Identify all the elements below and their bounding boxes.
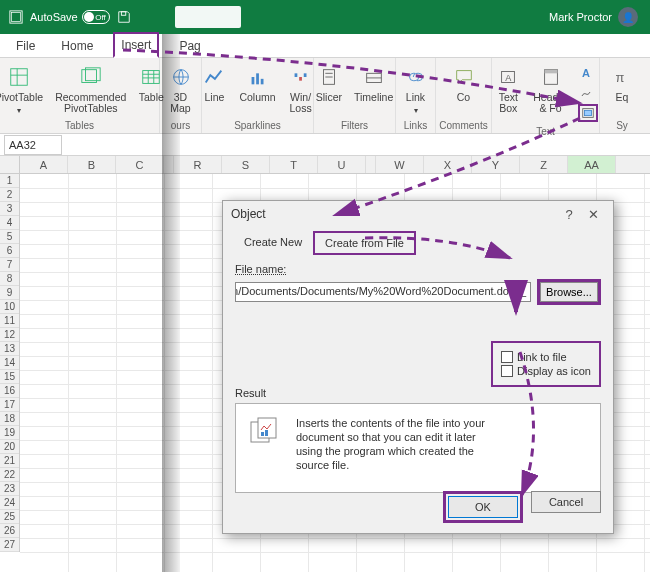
sparkline-column-button[interactable]: Column	[235, 62, 279, 105]
result-preview: Inserts the contents of the file into yo…	[235, 403, 601, 493]
user-account[interactable]: Mark Proctor 👤	[549, 7, 638, 27]
svg-rect-28	[544, 70, 557, 74]
column-header[interactable]: X	[424, 156, 472, 173]
svg-rect-18	[299, 77, 302, 81]
row-header[interactable]: 4	[0, 216, 19, 230]
object-button[interactable]	[578, 104, 598, 122]
row-header[interactable]: 15	[0, 370, 19, 384]
row-header[interactable]: 14	[0, 356, 19, 370]
row-header[interactable]: 13	[0, 342, 19, 356]
options-group: Link to file Display as icon	[491, 341, 601, 387]
tab-insert[interactable]: Insert	[113, 32, 159, 58]
dialog-titlebar[interactable]: Object ? ✕	[223, 201, 613, 227]
line-icon	[201, 64, 227, 90]
group-tables-label: Tables	[65, 120, 94, 131]
header-footer-button[interactable]: Header & Fo	[529, 62, 571, 116]
row-header[interactable]: 8	[0, 272, 19, 286]
wordart-icon[interactable]: A	[578, 64, 598, 82]
row-header[interactable]: 21	[0, 454, 19, 468]
column-header[interactable]: T	[270, 156, 318, 173]
tab-page-layout[interactable]: Pag	[173, 35, 206, 57]
save-icon[interactable]	[116, 9, 132, 25]
autosave-toggle[interactable]: AutoSave Off	[30, 10, 110, 24]
row-header[interactable]: 23	[0, 482, 19, 496]
column-header[interactable]: C	[116, 156, 164, 173]
row-header[interactable]: 10	[0, 300, 19, 314]
row-header[interactable]: 17	[0, 398, 19, 412]
recommended-pivottables-button[interactable]: Recommended PivotTables	[51, 62, 130, 116]
row-header[interactable]: 5	[0, 230, 19, 244]
row-header[interactable]: 9	[0, 286, 19, 300]
comment-button[interactable]: Co	[447, 62, 481, 105]
svg-rect-15	[256, 73, 259, 84]
sparkline-line-button[interactable]: Line	[197, 62, 231, 105]
row-header[interactable]: 3	[0, 202, 19, 216]
pivottable-button[interactable]: PivotTable▾	[0, 62, 47, 118]
ribbon-tabs: File Home Insert Pag	[0, 34, 650, 58]
column-header[interactable]: B	[68, 156, 116, 173]
column-header[interactable]: A	[20, 156, 68, 173]
row-header[interactable]: 11	[0, 314, 19, 328]
help-button[interactable]: ?	[557, 207, 581, 222]
column-header[interactable]: Z	[520, 156, 568, 173]
display-as-icon-checkbox[interactable]: Display as icon	[501, 365, 591, 377]
column-header[interactable]	[164, 156, 174, 173]
column-header[interactable]: AA	[568, 156, 616, 173]
tab-create-from-file[interactable]: Create from File	[313, 231, 416, 255]
svg-rect-14	[251, 77, 254, 84]
browse-button[interactable]: Browse...	[540, 282, 598, 302]
column-header[interactable]: W	[376, 156, 424, 173]
close-button[interactable]: ✕	[581, 207, 605, 222]
link-to-file-checkbox[interactable]: Link to file	[501, 351, 591, 363]
row-header[interactable]: 18	[0, 412, 19, 426]
column-header[interactable]: S	[222, 156, 270, 173]
equation-icon: π	[609, 64, 635, 90]
column-header[interactable]: R	[174, 156, 222, 173]
recommended-pivot-icon	[78, 64, 104, 90]
svg-rect-17	[294, 73, 297, 77]
row-header[interactable]: 19	[0, 426, 19, 440]
row-header[interactable]: 16	[0, 384, 19, 398]
column-icon	[245, 64, 271, 90]
row-header[interactable]: 26	[0, 524, 19, 538]
formula-bar	[0, 134, 650, 156]
row-header[interactable]: 1	[0, 174, 19, 188]
svg-rect-1	[12, 13, 21, 22]
row-header[interactable]: 6	[0, 244, 19, 258]
svg-rect-19	[303, 73, 306, 77]
tab-file[interactable]: File	[10, 35, 41, 57]
row-header[interactable]: 24	[0, 496, 19, 510]
row-header[interactable]: 12	[0, 328, 19, 342]
ok-button[interactable]: OK	[448, 496, 518, 518]
row-header[interactable]: 25	[0, 510, 19, 524]
pivottable-icon	[6, 64, 32, 90]
link-icon	[403, 64, 429, 90]
app-icon	[8, 9, 24, 25]
avatar: 👤	[618, 7, 638, 27]
select-all-corner[interactable]	[0, 156, 20, 173]
link-button[interactable]: Link▾	[399, 62, 433, 118]
column-header[interactable]: Y	[472, 156, 520, 173]
3dmap-button[interactable]: 3D Map	[164, 62, 198, 116]
row-header[interactable]: 27	[0, 538, 19, 552]
tab-create-new[interactable]: Create New	[233, 231, 313, 255]
search-input[interactable]	[175, 6, 241, 28]
row-header[interactable]: 7	[0, 258, 19, 272]
row-header[interactable]: 22	[0, 468, 19, 482]
winloss-icon	[288, 64, 314, 90]
dialog-title: Object	[231, 207, 266, 221]
filename-input[interactable]: _com/Documents/Documents/My%20Word%20Doc…	[235, 282, 531, 302]
column-header[interactable]: U	[318, 156, 366, 173]
row-header[interactable]: 2	[0, 188, 19, 202]
tab-home[interactable]: Home	[55, 35, 99, 57]
signature-icon[interactable]	[578, 84, 598, 102]
timeline-button[interactable]: Timeline	[350, 62, 397, 105]
textbox-button[interactable]: AText Box	[491, 62, 525, 116]
slicer-button[interactable]: Slicer	[312, 62, 346, 105]
row-headers: 1234567891011121314151617181920212223242…	[0, 174, 20, 552]
cancel-button[interactable]: Cancel	[531, 491, 601, 513]
name-box[interactable]	[4, 135, 62, 155]
equation-button[interactable]: πEq	[605, 62, 639, 105]
column-header[interactable]	[366, 156, 376, 173]
row-header[interactable]: 20	[0, 440, 19, 454]
